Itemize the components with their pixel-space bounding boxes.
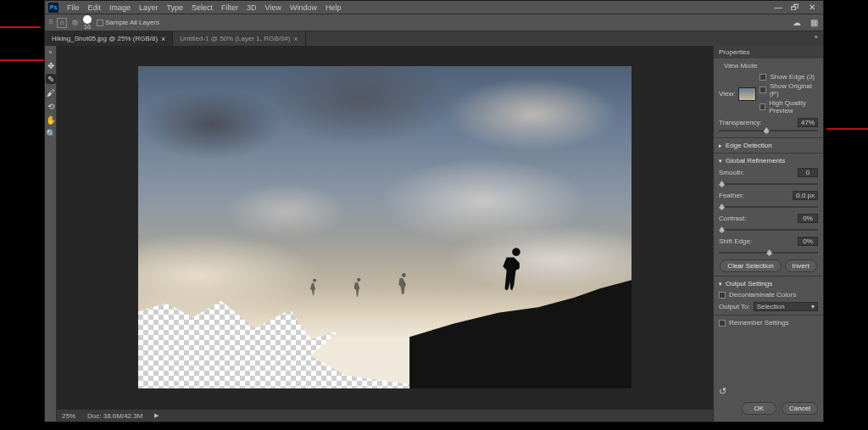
global-refinements-label: Global Refinements <box>726 157 785 165</box>
global-refinements-section: ▾Global Refinements Smooth:0 Feather:0.0… <box>714 154 823 276</box>
shift-edge-slider[interactable] <box>719 249 818 256</box>
annotation-line-top <box>0 26 41 28</box>
edge-detection-label: Edge Detection <box>726 142 772 149</box>
shift-edge-label: Shift Edge: <box>719 237 752 245</box>
cloud-docs-icon[interactable]: ☁ <box>791 18 803 27</box>
menu-filter[interactable]: Filter <box>218 3 242 13</box>
options-bar: ⠿ ⌂ ◎ 16 Sample All Layers ☁ ▦ <box>45 14 823 31</box>
contrast-slider[interactable] <box>719 226 818 233</box>
menu-view[interactable]: View <box>262 3 285 13</box>
minimize-icon[interactable]: — <box>772 3 784 12</box>
ok-button[interactable]: OK <box>742 402 777 415</box>
menu-type[interactable]: Type <box>164 3 187 13</box>
decontaminate-option[interactable]: Decontaminate Colors <box>719 291 818 299</box>
menu-file[interactable]: File <box>64 3 83 13</box>
status-menu-icon[interactable]: ▶ <box>154 412 159 419</box>
show-original-option[interactable]: Show Original (P) <box>760 82 818 98</box>
feather-value[interactable]: 0.0 px <box>793 191 818 200</box>
contrast-value[interactable]: 0% <box>798 214 818 223</box>
close-icon[interactable]: ✕ <box>806 3 818 12</box>
document-canvas[interactable] <box>57 46 713 409</box>
refine-brush-tool[interactable]: ✎ <box>46 74 56 84</box>
properties-panel: Properties View Mode View: Show Edge (J)… <box>713 46 823 422</box>
menu-image[interactable]: Image <box>106 3 134 13</box>
menu-bar: Ps File Edit Image Layer Type Select Fil… <box>45 1 823 14</box>
close-tab-icon[interactable]: × <box>161 35 165 43</box>
brush-tool[interactable]: 🖌 <box>46 87 56 98</box>
hiker-ghost <box>307 279 318 302</box>
annotation-line-right <box>826 128 868 130</box>
app-window: Ps File Edit Image Layer Type Select Fil… <box>44 0 824 422</box>
menu-3d[interactable]: 3D <box>243 3 260 13</box>
smooth-value[interactable]: 0 <box>798 168 818 177</box>
show-original-label: Show Original (P) <box>770 82 818 98</box>
quick-select-tool[interactable]: ✥ <box>46 60 56 70</box>
menu-help[interactable]: Help <box>322 3 345 13</box>
shift-edge-value[interactable]: 0% <box>798 237 818 246</box>
document-tab-bar: Hiking_Shot05.jpg @ 25% (RGB/8) × Untitl… <box>45 31 823 46</box>
brush-size-value: 16 <box>84 24 91 30</box>
toolbox: » ✥ ✎ 🖌 ⟲ ✋ 🔍 <box>45 46 57 422</box>
menu-window[interactable]: Window <box>287 3 320 13</box>
view-mode-label: View Mode <box>724 62 818 70</box>
decontaminate-label: Decontaminate Colors <box>729 291 796 299</box>
chevron-down-icon: ▾ <box>719 281 722 288</box>
sample-all-layers-option[interactable]: Sample All Layers <box>97 19 159 26</box>
transparency-row: Transparency:47% <box>719 118 818 134</box>
collapse-panels-icon[interactable]: » <box>810 31 823 46</box>
feather-label: Feather: <box>719 192 744 199</box>
chevron-right-icon: ▸ <box>719 142 722 149</box>
document-tab-active[interactable]: Hiking_Shot05.jpg @ 25% (RGB/8) × <box>45 31 173 46</box>
reset-icon[interactable]: ↺ <box>719 386 818 397</box>
output-to-value: Selection <box>757 303 785 310</box>
hq-preview-option[interactable]: High Quality Preview <box>760 99 818 114</box>
clear-selection-button[interactable]: Clear Selection <box>720 260 781 272</box>
chevron-down-icon: ▾ <box>719 158 722 165</box>
menu-layer[interactable]: Layer <box>136 3 162 13</box>
close-tab-icon[interactable]: × <box>293 35 298 43</box>
workspace-icon[interactable]: ▦ <box>808 18 820 27</box>
smooth-slider[interactable] <box>719 181 818 187</box>
home-icon[interactable]: ⌂ <box>57 18 67 28</box>
transparency-slider[interactable] <box>719 127 818 134</box>
panel-footer: ↺ OK Cancel <box>714 383 823 422</box>
checkbox-icon <box>760 103 765 110</box>
document-tab-inactive[interactable]: Untitled-1 @ 50% (Layer 1, RGB/8#) × <box>173 31 305 46</box>
show-edge-option[interactable]: Show Edge (J) <box>760 73 818 81</box>
doc-size-info: Doc: 38.6M/42.3M <box>87 412 142 420</box>
contrast-label: Contrast: <box>719 215 746 222</box>
brush-preview-icon[interactable] <box>83 15 92 24</box>
menu-select[interactable]: Select <box>188 3 216 13</box>
invert-button[interactable]: Invert <box>785 260 817 272</box>
edge-detection-section[interactable]: ▸Edge Detection <box>714 138 823 154</box>
app-logo: Ps <box>48 3 58 13</box>
transparency-value[interactable]: 47% <box>798 118 818 127</box>
checkbox-icon <box>719 320 726 327</box>
window-controls: — 🗗 ✕ <box>772 3 823 12</box>
checkbox-icon <box>719 292 726 299</box>
document-image <box>138 66 632 388</box>
checkbox-icon <box>760 74 766 81</box>
remember-settings-option[interactable]: Remember Settings <box>719 319 818 327</box>
hiker-foreground <box>497 247 522 302</box>
feather-slider[interactable] <box>719 204 818 210</box>
hand-tool[interactable]: ✋ <box>46 114 56 125</box>
main-content: » ✥ ✎ 🖌 ⟲ ✋ 🔍 <box>45 46 823 422</box>
output-to-select[interactable]: Selection▾ <box>754 302 818 311</box>
zoom-tool[interactable]: 🔍 <box>46 128 56 138</box>
annotation-line-left <box>0 59 47 61</box>
smooth-label: Smooth: <box>719 169 744 176</box>
grab-handle-icon: ⠿ <box>48 19 52 26</box>
output-to-label: Output To: <box>719 303 750 310</box>
output-settings-section: ▾Output Settings Decontaminate Colors Ou… <box>714 276 823 316</box>
zoom-level[interactable]: 25% <box>62 412 75 420</box>
view-thumbnail[interactable] <box>738 87 756 101</box>
chevron-down-icon: ▾ <box>811 303 815 310</box>
restore-icon[interactable]: 🗗 <box>789 3 801 12</box>
cancel-button[interactable]: Cancel <box>782 402 818 415</box>
lasso-tool[interactable]: ⟲ <box>46 101 56 111</box>
target-icon[interactable]: ◎ <box>72 19 78 26</box>
hiker-ghost <box>351 278 363 303</box>
expand-toolbox-icon[interactable]: » <box>49 49 53 55</box>
menu-edit[interactable]: Edit <box>85 3 105 13</box>
